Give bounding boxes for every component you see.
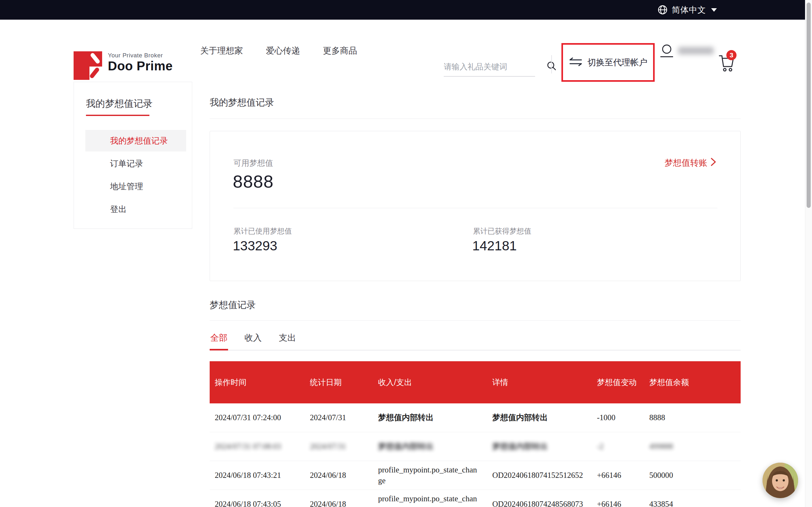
sidebar-title-underline [86,115,149,116]
avatar-photo [763,463,798,498]
table-row: 2024/06/18 07:43:05 2024/06/18 profile_m… [210,490,741,507]
top-utility-bar: 简体中文 [0,0,805,20]
logo-text: Your Private Broker Doo Prime [108,51,173,73]
title-divider [210,118,741,119]
cell-time: 2024/06/18 07:43:21 [210,467,305,484]
col-value-balance: 梦想值余额 [644,373,741,392]
swap-arrows-icon [569,56,583,69]
cell-date: 2024/07/31 [305,438,373,455]
chat-avatar-bubble[interactable] [763,463,798,498]
cell-balance: 499888 [644,438,741,455]
account-sidebar: 我的梦想值记录 我的梦想值记录 订单记录 地址管理 登出 [73,82,192,229]
gift-search-box [444,57,535,77]
username-blurred [678,47,714,55]
sidebar-item-dream-value-records[interactable]: 我的梦想值记录 [85,130,186,152]
used-value: 133293 [233,238,277,253]
col-income-expense: 收入/支出 [373,373,487,392]
main-content: 我的梦想值记录 可用梦想值 8888 梦想值转账 累计已使用梦想值 133293… [210,82,741,507]
nav-item-more-products[interactable]: 更多商品 [323,45,357,56]
table-row: 2024/06/18 07:43:21 2024/06/18 profile_m… [210,461,741,490]
language-selector[interactable]: 简体中文 [657,4,717,15]
tab-all[interactable]: 全部 [210,330,228,350]
tab-expense[interactable]: 支出 [278,330,297,350]
available-value-label: 可用梦想值 [234,158,273,168]
cell-detail: OD20240618074248568073 [487,496,592,507]
logo-tagline: Your Private Broker [108,52,173,59]
sidebar-item-label: 地址管理 [110,181,143,192]
chevron-down-icon [711,8,717,12]
records-table: 操作时间 统计日期 收入/支出 详情 梦想值变动 梦想值余额 2024/07/3… [210,361,741,507]
transfer-link-label: 梦想值转账 [664,157,707,169]
col-operation-time: 操作时间 [210,373,305,392]
nav-item-charity[interactable]: 爱心传递 [266,45,300,56]
cell-detail: OD20240618074152512652 [487,467,592,484]
doo-prime-logo[interactable]: Your Private Broker Doo Prime [73,51,173,81]
nav-item-about[interactable]: 关于理想家 [200,45,243,56]
page: 简体中文 Your Private Broker Doo Prime 关于理想家… [0,0,812,507]
site-header: Your Private Broker Doo Prime 关于理想家 爱心传递… [0,20,805,82]
sidebar-item-label: 订单记录 [110,158,143,169]
cell-time: 2024/07/31 07:24:00 [210,409,305,426]
sidebar-title: 我的梦想值记录 [86,97,153,110]
cell-type: 梦想值内部转出 [373,409,487,426]
dream-value-summary-card: 可用梦想值 8888 梦想值转账 累计已使用梦想值 133293 累计已获得梦想… [210,131,741,281]
records-tabs: 全部 收入 支出 [210,330,741,350]
cell-date: 2024/07/31 [305,409,373,426]
table-header-row: 操作时间 统计日期 收入/支出 详情 梦想值变动 梦想值余额 [210,361,741,403]
page-title: 我的梦想值记录 [210,96,741,109]
sidebar-item-label: 我的梦想值记录 [110,135,168,147]
search-input[interactable] [444,62,546,71]
sidebar-item-label: 登出 [110,204,126,215]
sidebar-item-order-records[interactable]: 订单记录 [85,153,186,174]
language-label: 简体中文 [672,4,706,15]
globe-icon [657,4,668,15]
cart-count-badge: 3 [726,50,737,60]
cell-balance: 500000 [644,467,741,484]
earned-value-label: 累计已获得梦想值 [473,226,531,236]
cell-change: +66146 [592,467,644,484]
records-section-title: 梦想值记录 [210,299,741,312]
card-divider [234,208,717,208]
sidebar-menu: 我的梦想值记录 订单记录 地址管理 登出 [74,130,192,220]
cell-balance: 433854 [644,496,741,507]
used-value-label: 累计已使用梦想值 [234,226,292,236]
col-value-change: 梦想值变动 [592,373,644,392]
cell-date: 2024/06/18 [305,467,373,484]
user-account[interactable] [659,20,714,82]
user-icon [659,42,674,59]
earned-value: 142181 [472,238,517,253]
cell-time: 2024/07/31 07:08:03 [210,438,305,455]
cell-date: 2024/06/18 [305,496,373,507]
cell-type: profile_mypoint.po_state_change [373,490,487,507]
cell-detail: 梦想值内部转出 [487,409,592,426]
cell-time: 2024/06/18 07:43:05 [210,496,305,507]
chevron-right-icon [711,158,716,169]
tab-income[interactable]: 收入 [244,330,262,350]
table-row-blurred: 2024/07/31 07:08:03 2024/07/31 梦想值内部转出 梦… [210,432,741,461]
logo-brand: Doo Prime [108,59,173,73]
logo-mark-icon [73,51,102,81]
sidebar-item-logout[interactable]: 登出 [85,199,186,220]
cart-button[interactable]: 3 [716,50,745,75]
cell-type: profile_mypoint.po_state_change [373,461,487,489]
annotation-highlight-box: 切换至代理帐户 [561,43,655,82]
cell-change: +66146 [592,496,644,507]
dream-value-transfer-link[interactable]: 梦想值转账 [664,157,716,169]
col-stat-date: 统计日期 [305,373,373,392]
cell-type: 梦想值内部转出 [373,438,487,455]
scrollbar-thumb[interactable] [807,3,811,208]
cell-change: -2 [592,438,644,455]
records-divider [210,320,741,321]
sidebar-item-address-management[interactable]: 地址管理 [85,176,186,197]
available-value: 8888 [233,171,274,192]
col-detail: 详情 [487,373,592,392]
cell-change: -1000 [592,409,644,426]
cell-balance: 8888 [644,409,741,426]
header-divider [551,55,552,73]
switch-account-label: 切换至代理帐户 [588,57,647,68]
cell-detail: 梦想值内部转出 [487,438,592,455]
scrollbar-track[interactable] [805,0,812,507]
table-row: 2024/07/31 07:24:00 2024/07/31 梦想值内部转出 梦… [210,403,741,432]
main-nav: 关于理想家 爱心传递 更多商品 [200,20,357,82]
switch-to-agent-account-button[interactable]: 切换至代理帐户 [569,56,647,69]
